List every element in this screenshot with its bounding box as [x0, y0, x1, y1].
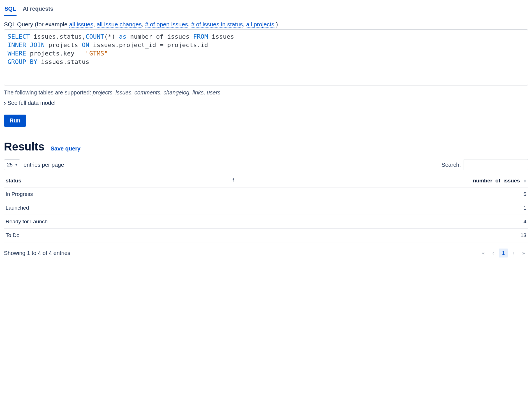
results-heading: Results [4, 140, 45, 153]
cell-status: To Do [4, 229, 237, 242]
page-prev-button[interactable]: ‹ [489, 249, 498, 258]
run-button[interactable]: Run [4, 115, 26, 127]
cell-status: In Progress [4, 187, 237, 201]
chevron-down-icon: ▾ [15, 163, 17, 167]
col-status-label: status [6, 178, 21, 184]
table-row: Launched1 [4, 201, 528, 215]
save-query-link[interactable]: Save query [51, 145, 81, 152]
search-input[interactable] [464, 159, 528, 170]
page-size-value: 25 [7, 162, 13, 168]
divider [4, 133, 528, 133]
see-full-data-model[interactable]: › See full data model [4, 100, 55, 106]
cell-number: 1 [237, 201, 528, 215]
supported-prefix: The following tables are supported: [4, 89, 93, 96]
table-row: To Do13 [4, 229, 528, 242]
cell-number: 13 [237, 229, 528, 242]
col-number-header[interactable]: number_of_issues ▲▼ [237, 174, 528, 187]
tab-bar: SQL AI requests [4, 4, 528, 16]
query-label-suffix: ) [276, 21, 278, 27]
chevron-right-icon: › [4, 100, 6, 106]
supported-tables: The following tables are supported: proj… [4, 89, 528, 96]
example-link[interactable]: all projects [246, 21, 274, 28]
results-table: status ▲▼ number_of_issues ▲▼ In Progres… [4, 174, 528, 242]
cell-number: 5 [237, 187, 528, 201]
tab-sql[interactable]: SQL [4, 4, 17, 16]
page-last-button[interactable]: » [519, 249, 528, 258]
page-number-button[interactable]: 1 [499, 249, 508, 258]
example-link[interactable]: # of issues in status [191, 21, 243, 28]
pagination: « ‹ 1 › » [479, 249, 528, 258]
sort-icon: ▲▼ [232, 178, 235, 182]
example-link[interactable]: # of open issues [145, 21, 188, 28]
supported-list: projects, issues, comments, changelog, l… [93, 89, 221, 96]
query-label-prefix: SQL Query (for example [4, 21, 69, 27]
showing-text: Showing 1 to 4 of 4 entries [4, 250, 70, 256]
tab-ai-requests[interactable]: AI requests [22, 4, 54, 16]
search-label: Search: [441, 162, 461, 168]
page-size-select[interactable]: 25 ▾ [4, 159, 20, 170]
col-number-label: number_of_issues [473, 178, 520, 184]
entries-per-page-label: entries per page [24, 162, 64, 168]
cell-number: 4 [237, 215, 528, 229]
page-first-button[interactable]: « [479, 249, 488, 258]
cell-status: Ready for Launch [4, 215, 237, 229]
table-row: Ready for Launch4 [4, 215, 528, 229]
col-status-header[interactable]: status ▲▼ [4, 174, 237, 187]
page-next-button[interactable]: › [509, 249, 518, 258]
example-link[interactable]: all issue changes [97, 21, 142, 28]
table-row: In Progress5 [4, 187, 528, 201]
data-model-label: See full data model [8, 100, 55, 106]
example-link[interactable]: all issues [69, 21, 93, 28]
query-label: SQL Query (for example all issues, all i… [4, 21, 528, 28]
sql-editor[interactable]: SELECT issues.status,COUNT(*) as number_… [4, 29, 528, 85]
cell-status: Launched [4, 201, 237, 215]
sort-icon: ▲▼ [524, 179, 526, 183]
